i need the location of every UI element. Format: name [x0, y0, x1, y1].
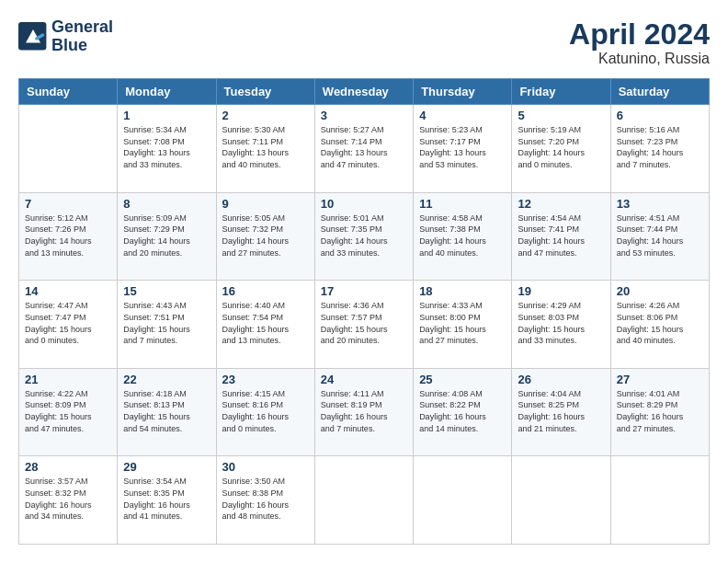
day-number: 7	[25, 197, 111, 211]
calendar-cell: 18Sunrise: 4:33 AM Sunset: 8:00 PM Dayli…	[414, 281, 512, 369]
day-info: Sunrise: 5:23 AM Sunset: 7:17 PM Dayligh…	[419, 124, 506, 170]
calendar-cell: 6Sunrise: 5:16 AM Sunset: 7:23 PM Daylig…	[610, 105, 709, 193]
day-number: 4	[419, 109, 506, 122]
calendar-cell: 10Sunrise: 5:01 AM Sunset: 7:35 PM Dayli…	[314, 192, 413, 281]
calendar-header-monday: Monday	[118, 79, 216, 105]
day-info: Sunrise: 3:50 AM Sunset: 8:38 PM Dayligh…	[222, 476, 309, 522]
day-info: Sunrise: 5:05 AM Sunset: 7:32 PM Dayligh…	[222, 213, 309, 259]
calendar-cell: 3Sunrise: 5:27 AM Sunset: 7:14 PM Daylig…	[314, 105, 413, 193]
calendar-cell	[314, 456, 413, 545]
day-info: Sunrise: 4:15 AM Sunset: 8:16 PM Dayligh…	[222, 388, 309, 434]
calendar-cell: 16Sunrise: 4:40 AM Sunset: 7:54 PM Dayli…	[216, 281, 314, 369]
calendar-week-3: 21Sunrise: 4:22 AM Sunset: 8:09 PM Dayli…	[19, 368, 710, 456]
day-number: 16	[222, 284, 309, 298]
calendar-cell: 26Sunrise: 4:04 AM Sunset: 8:25 PM Dayli…	[512, 368, 610, 456]
calendar-cell	[19, 105, 118, 193]
logo: General Blue	[18, 18, 113, 55]
calendar-cell: 20Sunrise: 4:26 AM Sunset: 8:06 PM Dayli…	[610, 281, 709, 369]
title-month: April 2024	[569, 18, 710, 51]
header: General Blue April 2024 Katunino, Russia	[18, 18, 710, 67]
calendar-cell: 19Sunrise: 4:29 AM Sunset: 8:03 PM Dayli…	[512, 281, 610, 369]
calendar-header-wednesday: Wednesday	[314, 79, 413, 105]
day-number: 17	[321, 284, 407, 298]
calendar-week-1: 7Sunrise: 5:12 AM Sunset: 7:26 PM Daylig…	[19, 192, 710, 281]
day-info: Sunrise: 4:11 AM Sunset: 8:19 PM Dayligh…	[321, 388, 407, 434]
day-info: Sunrise: 5:19 AM Sunset: 7:20 PM Dayligh…	[518, 124, 604, 170]
day-number: 13	[617, 197, 703, 211]
calendar-week-4: 28Sunrise: 3:57 AM Sunset: 8:32 PM Dayli…	[19, 456, 710, 545]
day-number: 19	[518, 284, 604, 298]
day-info: Sunrise: 5:12 AM Sunset: 7:26 PM Dayligh…	[25, 213, 111, 259]
day-number: 12	[518, 197, 604, 211]
calendar-cell: 8Sunrise: 5:09 AM Sunset: 7:29 PM Daylig…	[118, 192, 216, 281]
day-number: 26	[518, 373, 604, 386]
day-number: 6	[617, 109, 703, 122]
calendar-cell: 13Sunrise: 4:51 AM Sunset: 7:44 PM Dayli…	[610, 192, 709, 281]
calendar-cell: 29Sunrise: 3:54 AM Sunset: 8:35 PM Dayli…	[118, 456, 216, 545]
calendar-header-sunday: Sunday	[19, 79, 118, 105]
calendar-cell: 23Sunrise: 4:15 AM Sunset: 8:16 PM Dayli…	[216, 368, 314, 456]
day-info: Sunrise: 4:47 AM Sunset: 7:47 PM Dayligh…	[25, 300, 111, 346]
calendar-cell: 17Sunrise: 4:36 AM Sunset: 7:57 PM Dayli…	[314, 281, 413, 369]
logo-text: General Blue	[51, 18, 113, 55]
day-info: Sunrise: 4:51 AM Sunset: 7:44 PM Dayligh…	[617, 213, 703, 259]
calendar-cell: 12Sunrise: 4:54 AM Sunset: 7:41 PM Dayli…	[512, 192, 610, 281]
calendar-cell: 1Sunrise: 5:34 AM Sunset: 7:08 PM Daylig…	[118, 105, 216, 193]
calendar-header-thursday: Thursday	[414, 79, 512, 105]
day-info: Sunrise: 4:26 AM Sunset: 8:06 PM Dayligh…	[617, 300, 703, 346]
day-number: 1	[123, 109, 210, 122]
calendar-cell: 30Sunrise: 3:50 AM Sunset: 8:38 PM Dayli…	[216, 456, 314, 545]
day-info: Sunrise: 4:58 AM Sunset: 7:38 PM Dayligh…	[419, 213, 506, 259]
calendar-cell: 25Sunrise: 4:08 AM Sunset: 8:22 PM Dayli…	[414, 368, 512, 456]
day-info: Sunrise: 3:54 AM Sunset: 8:35 PM Dayligh…	[123, 476, 210, 522]
day-info: Sunrise: 5:30 AM Sunset: 7:11 PM Dayligh…	[222, 124, 309, 170]
calendar-header-friday: Friday	[512, 79, 610, 105]
title-location: Katunino, Russia	[569, 51, 710, 67]
day-number: 27	[617, 373, 703, 386]
day-number: 28	[25, 460, 111, 474]
calendar-cell: 4Sunrise: 5:23 AM Sunset: 7:17 PM Daylig…	[414, 105, 512, 193]
day-number: 20	[617, 284, 703, 298]
day-info: Sunrise: 4:54 AM Sunset: 7:41 PM Dayligh…	[518, 213, 604, 259]
day-number: 5	[518, 109, 604, 122]
day-info: Sunrise: 5:27 AM Sunset: 7:14 PM Dayligh…	[321, 124, 407, 170]
calendar-table: SundayMondayTuesdayWednesdayThursdayFrid…	[18, 78, 710, 545]
day-info: Sunrise: 4:18 AM Sunset: 8:13 PM Dayligh…	[123, 388, 210, 434]
day-info: Sunrise: 4:43 AM Sunset: 7:51 PM Dayligh…	[123, 300, 210, 346]
calendar-header-saturday: Saturday	[610, 79, 709, 105]
calendar-cell: 21Sunrise: 4:22 AM Sunset: 8:09 PM Dayli…	[19, 368, 118, 456]
day-number: 14	[25, 284, 111, 298]
day-number: 3	[321, 109, 407, 122]
day-number: 2	[222, 109, 309, 122]
day-number: 21	[25, 373, 111, 386]
calendar-cell: 5Sunrise: 5:19 AM Sunset: 7:20 PM Daylig…	[512, 105, 610, 193]
calendar-cell: 15Sunrise: 4:43 AM Sunset: 7:51 PM Dayli…	[118, 281, 216, 369]
title-block: April 2024 Katunino, Russia	[569, 18, 710, 67]
calendar-cell: 2Sunrise: 5:30 AM Sunset: 7:11 PM Daylig…	[216, 105, 314, 193]
day-info: Sunrise: 4:01 AM Sunset: 8:29 PM Dayligh…	[617, 388, 703, 434]
calendar-cell	[414, 456, 512, 545]
calendar-cell: 9Sunrise: 5:05 AM Sunset: 7:32 PM Daylig…	[216, 192, 314, 281]
day-number: 15	[123, 284, 210, 298]
calendar-cell: 11Sunrise: 4:58 AM Sunset: 7:38 PM Dayli…	[414, 192, 512, 281]
day-info: Sunrise: 5:34 AM Sunset: 7:08 PM Dayligh…	[123, 124, 210, 170]
day-info: Sunrise: 4:04 AM Sunset: 8:25 PM Dayligh…	[518, 388, 604, 434]
day-info: Sunrise: 5:01 AM Sunset: 7:35 PM Dayligh…	[321, 213, 407, 259]
day-number: 9	[222, 197, 309, 211]
day-number: 25	[419, 373, 506, 386]
day-number: 24	[321, 373, 407, 386]
calendar-week-0: 1Sunrise: 5:34 AM Sunset: 7:08 PM Daylig…	[19, 105, 710, 193]
calendar-cell: 14Sunrise: 4:47 AM Sunset: 7:47 PM Dayli…	[19, 281, 118, 369]
calendar-header-row: SundayMondayTuesdayWednesdayThursdayFrid…	[19, 79, 710, 105]
calendar-cell	[512, 456, 610, 545]
day-number: 8	[123, 197, 210, 211]
page: General Blue April 2024 Katunino, Russia…	[0, 0, 728, 563]
day-info: Sunrise: 4:08 AM Sunset: 8:22 PM Dayligh…	[419, 388, 506, 434]
day-number: 10	[321, 197, 407, 211]
day-number: 18	[419, 284, 506, 298]
calendar-cell: 27Sunrise: 4:01 AM Sunset: 8:29 PM Dayli…	[610, 368, 709, 456]
day-info: Sunrise: 4:36 AM Sunset: 7:57 PM Dayligh…	[321, 300, 407, 346]
calendar-cell	[610, 456, 709, 545]
day-info: Sunrise: 4:40 AM Sunset: 7:54 PM Dayligh…	[222, 300, 309, 346]
day-info: Sunrise: 5:16 AM Sunset: 7:23 PM Dayligh…	[617, 124, 703, 170]
